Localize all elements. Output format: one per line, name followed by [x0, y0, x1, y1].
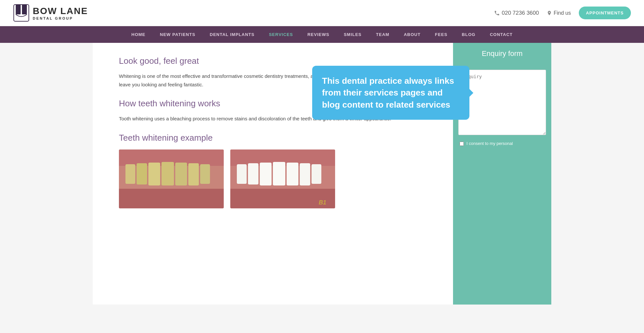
- svg-rect-16: [248, 163, 258, 184]
- enquiry-textarea[interactable]: [458, 70, 546, 135]
- phone-display: 020 7236 3600: [494, 10, 539, 16]
- para1-start: Whitening is one of the most effective a…: [119, 73, 333, 79]
- svg-rect-8: [161, 162, 174, 185]
- svg-rect-18: [273, 162, 285, 185]
- svg-rect-6: [137, 163, 147, 184]
- main-nav: HOME NEW PATIENTS DENTAL IMPLANTS SERVIC…: [0, 26, 644, 43]
- svg-rect-7: [148, 163, 160, 185]
- logo-area: BOW LANE DENTAL GROUP: [13, 4, 88, 22]
- nav-item-smiles[interactable]: SMILES: [336, 26, 369, 43]
- logo-title: BOW LANE: [33, 6, 88, 16]
- after-teeth-svg: B1: [230, 149, 335, 208]
- sidebar: Enquiry form This dental practice always…: [453, 43, 551, 305]
- nav-item-about[interactable]: ABOUT: [397, 26, 428, 43]
- after-teeth-visual: B1: [230, 149, 335, 208]
- before-teeth-svg: [119, 149, 224, 208]
- after-image: B1: [230, 149, 335, 208]
- before-image: [119, 149, 224, 208]
- svg-rect-11: [200, 164, 210, 184]
- logo-subtitle: DENTAL GROUP: [33, 16, 88, 20]
- nav-item-new-patients[interactable]: NEW PATIENTS: [153, 26, 202, 43]
- logo-icon: [13, 4, 29, 22]
- svg-text:B1: B1: [319, 199, 326, 206]
- nav-item-reviews[interactable]: REVIEWS: [300, 26, 336, 43]
- nav-item-contact[interactable]: CONTACT: [483, 26, 520, 43]
- svg-rect-21: [312, 164, 321, 184]
- svg-rect-9: [175, 163, 187, 185]
- svg-rect-19: [287, 163, 298, 185]
- appointments-button[interactable]: APPOINTMENTS: [579, 7, 631, 19]
- nav-item-fees[interactable]: FEES: [428, 26, 455, 43]
- callout-text: This dental practice always links from t…: [322, 76, 454, 110]
- site-header: BOW LANE DENTAL GROUP 020 7236 3600 Find…: [0, 0, 644, 26]
- svg-rect-2: [22, 5, 27, 14]
- nav-item-services[interactable]: SERVICES: [262, 26, 300, 43]
- svg-rect-15: [237, 164, 247, 184]
- svg-rect-5: [125, 164, 135, 184]
- consent-row: I consent to my personal: [458, 141, 546, 146]
- logo-text: BOW LANE DENTAL GROUP: [33, 6, 88, 20]
- heading-look-good: Look good, feel great: [119, 56, 437, 66]
- header-right: 020 7236 3600 Find us APPOINTMENTS: [494, 7, 631, 19]
- before-teeth-visual: [119, 149, 224, 208]
- nav-item-blog[interactable]: BLOG: [455, 26, 483, 43]
- callout-bubble: This dental practice always links from t…: [312, 66, 469, 120]
- svg-rect-10: [188, 163, 199, 185]
- consent-label: I consent to my personal: [466, 141, 513, 146]
- sidebar-title: Enquiry form: [453, 43, 551, 64]
- phone-icon: [494, 10, 500, 16]
- find-us-link[interactable]: Find us: [547, 10, 571, 16]
- main-layout: Look good, feel great Whitening is one o…: [93, 43, 551, 305]
- heading-example: Teeth whitening example: [119, 133, 437, 143]
- nav-item-dental-implants[interactable]: DENTAL IMPLANTS: [202, 26, 262, 43]
- before-after-images: B1: [119, 149, 437, 208]
- svg-rect-20: [300, 163, 310, 185]
- svg-rect-12: [119, 189, 224, 208]
- nav-item-team[interactable]: TEAM: [369, 26, 397, 43]
- location-icon: [547, 10, 552, 16]
- consent-checkbox[interactable]: [460, 142, 464, 146]
- svg-rect-1: [16, 5, 21, 14]
- svg-rect-17: [260, 163, 272, 185]
- nav-item-home[interactable]: HOME: [124, 26, 153, 43]
